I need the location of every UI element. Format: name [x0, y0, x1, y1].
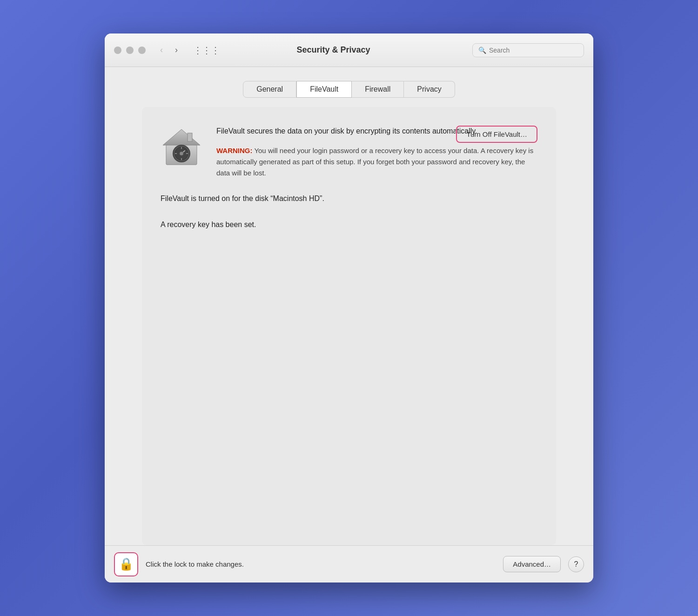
help-button[interactable]: ? — [568, 556, 584, 572]
main-window: ‹ › ⋮⋮⋮ Security & Privacy 🔍 General Fil… — [105, 33, 593, 583]
search-box[interactable]: 🔍 — [472, 43, 584, 57]
back-button[interactable]: ‹ — [155, 44, 168, 57]
traffic-lights — [114, 47, 146, 54]
warning-label: WARNING: — [216, 147, 253, 154]
lock-label: Click the lock to make changes. — [146, 560, 496, 568]
titlebar: ‹ › ⋮⋮⋮ Security & Privacy 🔍 — [105, 33, 593, 67]
close-button[interactable] — [114, 47, 121, 54]
minimize-button[interactable] — [126, 47, 134, 54]
filevault-status-recovery: A recovery key has been set. — [161, 219, 537, 231]
filevault-status-disk: FileVault is turned on for the disk “Mac… — [161, 193, 537, 205]
tab-privacy[interactable]: Privacy — [404, 81, 455, 98]
maximize-button[interactable] — [138, 47, 146, 54]
lock-button[interactable]: 🔒 — [114, 552, 138, 576]
tab-general[interactable]: General — [243, 81, 296, 98]
filevault-icon — [161, 126, 202, 167]
grid-icon[interactable]: ⋮⋮⋮ — [193, 45, 220, 56]
bottom-bar: 🔒 Click the lock to make changes. Advanc… — [105, 545, 593, 583]
main-content: General FileVault Firewall Privacy Turn … — [105, 67, 593, 545]
svg-marker-0 — [163, 129, 200, 145]
svg-point-10 — [180, 152, 183, 155]
advanced-button[interactable]: Advanced… — [503, 556, 561, 572]
tabs-row: General FileVault Firewall Privacy — [142, 67, 556, 107]
forward-button[interactable]: › — [170, 44, 183, 57]
warning-text: WARNING: You will need your login passwo… — [216, 145, 537, 179]
tab-firewall[interactable]: Firewall — [352, 81, 404, 98]
lock-icon: 🔒 — [119, 557, 134, 571]
turn-off-filevault-button[interactable]: Turn Off FileVault… — [456, 126, 537, 143]
svg-rect-2 — [188, 133, 192, 141]
status-texts: FileVault is turned on for the disk “Mac… — [161, 193, 537, 230]
search-input[interactable] — [489, 47, 578, 54]
nav-buttons: ‹ › — [155, 44, 183, 57]
content-panel: Turn Off FileVault… — [142, 107, 556, 545]
window-title: Security & Privacy — [230, 45, 437, 55]
search-icon: 🔍 — [478, 47, 486, 54]
warning-body: You will need your login password or a r… — [216, 147, 533, 177]
tab-filevault[interactable]: FileVault — [296, 81, 352, 98]
